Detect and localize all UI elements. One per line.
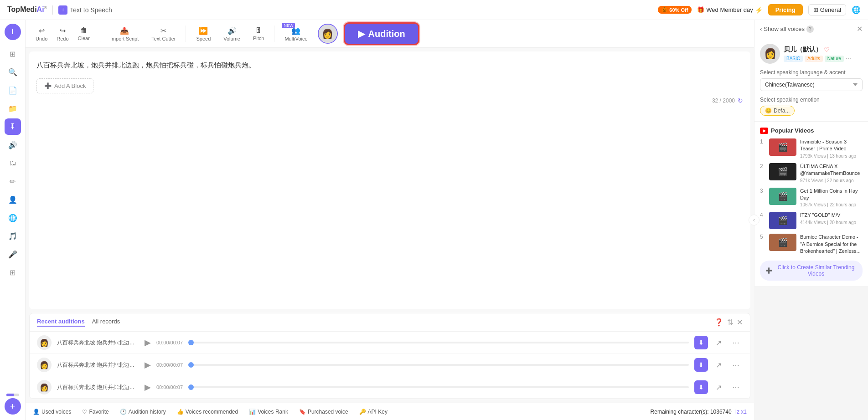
globe-icon[interactable]: 🌐 (852, 5, 861, 14)
video-num-1: 1 (760, 138, 765, 159)
audio-avatar-3: 👩 (37, 380, 52, 394)
pricing-button[interactable]: Pricing (768, 4, 803, 15)
sidebar-icon-layers[interactable]: 🗂 (5, 155, 21, 171)
tz-label: Iz x1 (735, 409, 747, 415)
sidebar-icon-pen[interactable]: ✏ (5, 173, 21, 190)
refresh-icon[interactable]: ↻ (738, 97, 743, 104)
pitch-button[interactable]: 🎚 Pitch (250, 26, 267, 42)
center-area: ↩ Undo ↪ Redo 🗑 Clear 📥 Import Script ✂ (26, 20, 754, 420)
collapse-panel-button[interactable]: ‹ (749, 215, 760, 225)
speed-button[interactable]: ⏩ Speed (193, 26, 213, 42)
api-icon: 🔑 (359, 409, 366, 415)
sidebar-icon-audio[interactable]: 🔊 (5, 137, 21, 153)
clear-button[interactable]: 🗑 Clear (75, 26, 93, 42)
audio-text-2: 八百标兵奔北坡 炮兵并排北边... (57, 361, 139, 369)
emotion-label: Select speaking emotion (760, 97, 863, 103)
volume-button[interactable]: 🔊 Volume (221, 26, 243, 42)
share-button-1[interactable]: ↗ (712, 336, 725, 349)
sidebar-icon-grid2[interactable]: ⊞ (5, 264, 21, 281)
video-thumb-1[interactable]: 🎬 (769, 138, 796, 156)
bottom-favorite[interactable]: ♡ Favorite (82, 409, 108, 415)
bottom-bar: 👤 Used voices ♡ Favorite 🕐 Audition hist… (26, 403, 754, 420)
nav-divider (52, 5, 53, 15)
text-cutter-button[interactable]: ✂ Text Cutter (149, 26, 178, 42)
member-icon: ⚡ (755, 6, 763, 14)
download-button-1[interactable]: ⬇ (694, 336, 708, 349)
download-button-3[interactable]: ⬇ (694, 380, 708, 394)
bottom-api-key[interactable]: 🔑 API Key (359, 409, 388, 415)
sidebar-icon-home[interactable]: ⊞ (5, 46, 21, 62)
show-voices-link[interactable]: ‹ Show all voices ? (760, 26, 814, 33)
add-block-button[interactable]: ➕ Add A Block (36, 78, 93, 93)
emotion-default-button[interactable]: 😊 Defa... (760, 106, 795, 116)
download-button-2[interactable]: ⬇ (694, 358, 708, 372)
video-meta-4: 4144k Views | 20 hours ago (800, 220, 863, 225)
create-similar-button[interactable]: ➕ Click to Create Similar Trending Video… (760, 261, 863, 281)
auditions-actions: ❓ ⇅ ✕ (714, 318, 743, 327)
halloween-badge[interactable]: 🎃 60% Off (658, 6, 692, 14)
editor-area[interactable]: 八百标兵奔北坡，炮兵并排北边跑，炮兵怕把标兵碰，标兵怕碰炮兵炮。 ➕ Add A… (29, 51, 750, 309)
sidebar-icon-tts[interactable]: 🎙 (5, 118, 21, 135)
audio-actions-3: ⬇ ↗ ⋯ (694, 380, 743, 394)
audio-row: 👩 八百标兵奔北坡 炮兵并排北边... ▶ 00:00/00:07 ⬇ ↗ ⋯ (30, 332, 750, 354)
video-title-2: ÚLTIMA CENA X @YamamakeThemBounce (800, 163, 863, 177)
chevron-left-icon: ‹ (760, 26, 762, 32)
audio-actions-1: ⬇ ↗ ⋯ (694, 336, 743, 349)
video-item-2: 2 🎬 ÚLTIMA CENA X @YamamakeThemBounce 97… (760, 163, 863, 183)
sidebar-icon-globe[interactable]: 🌐 (5, 210, 21, 226)
sidebar-icon-user[interactable]: 👤 (5, 191, 21, 208)
toolbar-divider-2 (186, 26, 186, 42)
heart-icon[interactable]: ♡ (824, 46, 830, 53)
close-icon[interactable]: ✕ (737, 318, 743, 327)
auditions-panel: Recent auditions All records ❓ ⇅ ✕ 👩 八百标… (29, 313, 750, 399)
bottom-voices-recommended[interactable]: 👍 Voices recommended (177, 409, 238, 415)
more-button-1[interactable]: ⋯ (729, 336, 743, 349)
video-thumb-2[interactable]: 🎬 (769, 163, 796, 180)
help-icon[interactable]: ❓ (714, 318, 723, 327)
sidebar-icon-music[interactable]: 🎵 (5, 228, 21, 244)
play-button-1[interactable]: ▶ (145, 338, 151, 348)
bottom-purchased-voice[interactable]: 🔖 Purchased voice (299, 409, 348, 415)
more-button-2[interactable]: ⋯ (729, 358, 743, 372)
expand-icon[interactable]: ⇅ (727, 318, 733, 327)
audition-button[interactable]: ▶ Audition (345, 24, 418, 44)
sidebar-icon-document[interactable]: 📄 (5, 82, 21, 98)
progress-bar-1[interactable] (188, 342, 689, 343)
sidebar-add-button[interactable]: + (5, 398, 21, 415)
bottom-audition-history[interactable]: 🕐 Audition history (120, 409, 166, 415)
share-button-2[interactable]: ↗ (712, 358, 725, 372)
video-info-3: Get 1 Million Coins in Hay Day 1067k Vie… (800, 188, 863, 208)
user-avatar[interactable]: I (5, 24, 21, 40)
bottom-used-voices[interactable]: 👤 Used voices (33, 409, 71, 415)
sidebar-icon-search[interactable]: 🔍 (5, 64, 21, 80)
sidebar-icon-mic[interactable]: 🎤 (5, 246, 21, 262)
progress-bar-2[interactable] (188, 364, 689, 366)
editor-text[interactable]: 八百标兵奔北坡，炮兵并排北边跑，炮兵怕把标兵碰，标兵怕碰炮兵炮。 (36, 59, 743, 71)
bottom-voices-rank[interactable]: 📊 Voices Rank (249, 409, 288, 415)
tab-recent[interactable]: Recent auditions (37, 318, 85, 327)
member-badge[interactable]: 🎁 Wed Member day ⚡ (697, 6, 762, 14)
redo-button[interactable]: ↪ Redo (54, 26, 71, 42)
general-button[interactable]: ⊞ General (808, 4, 846, 15)
tag-adults: Adults (805, 56, 823, 62)
char-count-value: 32 / 2000 (712, 97, 735, 104)
undo-button[interactable]: ↩ Undo (33, 26, 50, 42)
audio-row-2: 👩 八百标兵奔北坡 炮兵并排北边... ▶ 00:00/00:07 ⬇ ↗ ⋯ (30, 354, 750, 376)
import-script-button[interactable]: 📥 Import Script (108, 26, 141, 42)
progress-bar-3[interactable] (188, 386, 689, 388)
sidebar-icon-folder[interactable]: 📁 (5, 100, 21, 117)
rank-icon: 📊 (249, 409, 256, 415)
voice-avatar-image: 👩 (319, 25, 337, 43)
video-thumb-4[interactable]: 🎬 (769, 212, 796, 229)
tag-more[interactable]: ⋯ (846, 56, 851, 62)
video-thumb-3[interactable]: 🎬 (769, 188, 796, 205)
tab-all-records[interactable]: All records (92, 318, 120, 327)
voice-avatar-button[interactable]: 👩 (318, 24, 338, 44)
share-button-3[interactable]: ↗ (712, 380, 725, 394)
play-button-2[interactable]: ▶ (145, 360, 151, 370)
more-button-3[interactable]: ⋯ (729, 380, 743, 394)
video-thumb-5[interactable]: 🎬 (769, 234, 796, 251)
close-panel-button[interactable]: ✕ (857, 25, 863, 33)
play-button-3[interactable]: ▶ (145, 382, 151, 392)
lang-select[interactable]: Chinese(Taiwanese) (760, 78, 863, 91)
